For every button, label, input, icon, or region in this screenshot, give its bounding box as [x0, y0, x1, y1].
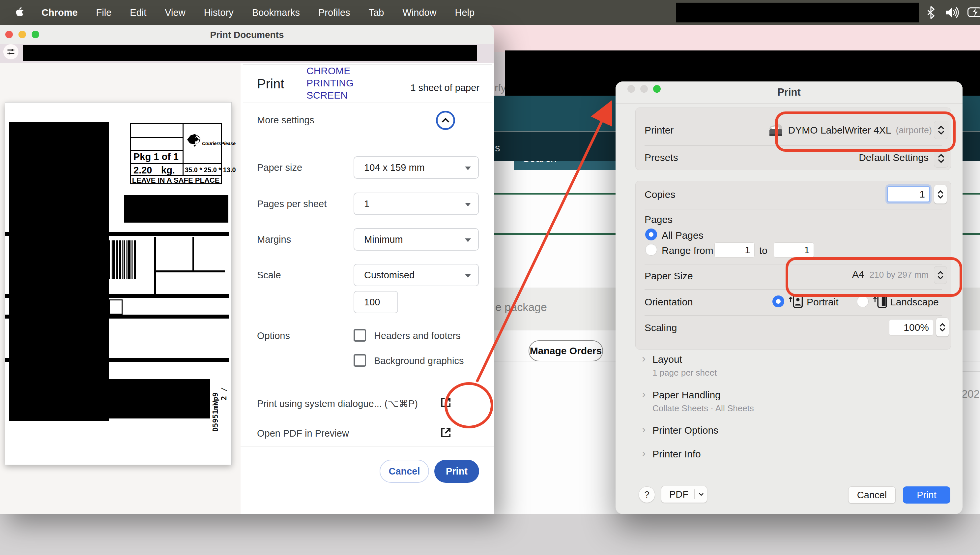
chrome-window-titlebar[interactable]: Print Documents [0, 25, 494, 44]
background-partial-text: rfy [495, 82, 506, 94]
menu-item-profiles[interactable]: Profiles [318, 7, 350, 18]
range-to-field[interactable]: 1 [774, 242, 814, 258]
help-button[interactable]: ? [639, 486, 655, 503]
more-settings-button[interactable] [436, 111, 455, 130]
label-pkg-count: Pkg 1 of 1 [133, 151, 179, 162]
landscape-label: Landscape [890, 297, 939, 308]
print-preview-page: Pkg 1 of 1 CouriersPlease 2.20 kg. 35.0 … [5, 102, 232, 465]
portrait-icon [788, 294, 803, 309]
headers-footers-checkbox[interactable] [353, 329, 366, 342]
scale-input[interactable]: 100 [353, 291, 398, 313]
paper-size-label: Paper size [257, 162, 302, 173]
paper-size-select[interactable]: 104 x 159 mm [353, 156, 479, 179]
cancel-button[interactable]: Cancel [848, 486, 896, 504]
section-printer-options[interactable]: Printer Options [652, 425, 718, 436]
print-button[interactable]: Print [903, 486, 950, 504]
manage-orders-button[interactable]: Manage Orders [529, 340, 603, 361]
range-from-field[interactable]: 1 [715, 242, 755, 258]
tune-icon[interactable] [3, 44, 18, 59]
apple-icon [15, 6, 25, 18]
printer-stepper[interactable] [934, 121, 948, 139]
shipping-label: Pkg 1 of 1 CouriersPlease 2.20 kg. 35.0 … [130, 123, 222, 184]
copies-field[interactable]: 1 [887, 186, 930, 202]
margins-value: Minimum [364, 234, 403, 245]
menu-item-file[interactable]: File [96, 7, 112, 18]
open-pdf-link[interactable]: Open PDF in Preview [257, 428, 349, 439]
help-label: ? [644, 489, 649, 500]
manage-orders-label: Manage Orders [530, 345, 602, 356]
pages-per-sheet-select[interactable]: 1 [353, 192, 479, 215]
table-rule [156, 270, 225, 273]
label-instruction: LEAVE IN A SAFE PLACE [131, 176, 221, 184]
scaling-field[interactable]: 100% [889, 319, 933, 336]
footer-divider [241, 446, 494, 446]
label-weight: 2.20 [133, 165, 152, 176]
scale-label: Scale [257, 270, 281, 281]
printer-value: DYMO LabelWriter 4XL [788, 125, 891, 136]
background-graphics-checkbox[interactable] [353, 354, 366, 367]
open-in-new-icon[interactable] [439, 426, 452, 439]
pdf-divider [694, 489, 695, 499]
menu-item-edit[interactable]: Edit [130, 7, 146, 18]
landscape-radio[interactable] [857, 295, 869, 307]
scaling-label: Scaling [644, 322, 677, 334]
paper-size-label: Paper Size [644, 270, 693, 282]
chevron-right-icon: › [642, 446, 646, 459]
cancel-label: Cancel [388, 466, 420, 477]
section-paper-handling[interactable]: Paper Handling [652, 390, 721, 401]
chevron-up-icon [441, 117, 450, 124]
system-dialog-titlebar[interactable]: Print [615, 82, 962, 104]
pdf-label: PDF [669, 489, 688, 500]
options-label: Options [257, 330, 290, 341]
header-divider [243, 103, 492, 103]
print-preview-area: Pkg 1 of 1 CouriersPlease 2.20 kg. 35.0 … [0, 63, 241, 514]
pages-label: Pages [644, 214, 673, 225]
chevron-down-icon [699, 492, 704, 496]
open-in-new-icon[interactable] [439, 396, 452, 409]
print-label: Print [917, 490, 937, 500]
volume-icon[interactable] [945, 6, 959, 19]
menubar-redaction [676, 3, 919, 22]
menu-item-window[interactable]: Window [402, 7, 436, 18]
paper-size-value: A4 [852, 269, 864, 280]
portrait-radio[interactable] [772, 295, 784, 307]
redacted-address-block [9, 122, 109, 421]
section-layout[interactable]: Layout [652, 354, 682, 365]
bluetooth-icon[interactable] [927, 6, 935, 19]
margins-select[interactable]: Minimum [353, 228, 479, 250]
chevron-right-icon: › [642, 352, 646, 365]
scaling-stepper[interactable] [936, 318, 949, 337]
menu-item-history[interactable]: History [204, 7, 233, 18]
couriersplease-logo-icon [186, 133, 201, 147]
to-label: to [759, 245, 767, 256]
menu-item-help[interactable]: Help [455, 7, 475, 18]
range-radio[interactable] [645, 244, 657, 255]
label-side-code: D5951mWp9 2 / [211, 356, 229, 431]
printer-select[interactable]: DYMO LabelWriter 4XL (airporte) [747, 119, 932, 142]
menu-item-view[interactable]: View [165, 7, 185, 18]
presets-stepper[interactable] [934, 149, 948, 167]
printer-label: Printer [644, 125, 673, 136]
cancel-button[interactable]: Cancel [380, 460, 429, 483]
paper-size-select[interactable]: A4 210 by 297 mm [780, 269, 929, 280]
print-system-dialog-link[interactable]: Print using system dialogue... (⌥⌘P) [257, 398, 418, 409]
menu-item-tab[interactable]: Tab [369, 7, 384, 18]
print-button[interactable]: Print [434, 460, 479, 483]
printer-icon [769, 124, 783, 137]
menu-item-bookmarks[interactable]: Bookmarks [252, 7, 300, 18]
all-pages-radio[interactable] [645, 229, 657, 241]
print-header-annotation: CHROME PRINTING SCREEN [307, 65, 376, 101]
paper-size-stepper[interactable] [934, 266, 947, 284]
section-printer-info[interactable]: Printer Info [652, 449, 701, 460]
copies-value: 1 [919, 189, 925, 200]
apple-menu[interactable] [15, 6, 25, 18]
pdf-button[interactable]: PDF [661, 486, 707, 503]
menu-item-chrome[interactable]: Chrome [42, 7, 78, 18]
chrome-toolbar [0, 44, 494, 63]
barcode [108, 241, 136, 279]
redacted-block [109, 379, 210, 419]
landscape-icon [873, 294, 887, 309]
copies-stepper[interactable] [934, 184, 947, 204]
redacted-toolbar-content [23, 45, 477, 61]
scale-select[interactable]: Customised [353, 264, 479, 286]
